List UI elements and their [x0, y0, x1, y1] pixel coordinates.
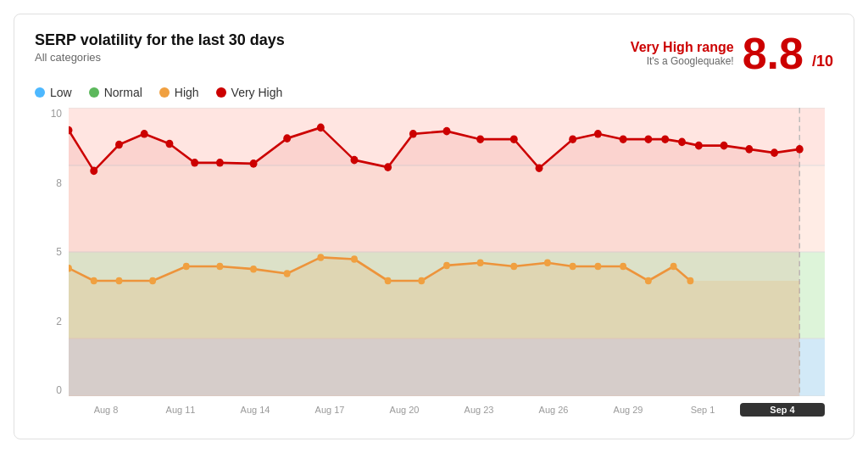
dot-red-17 — [569, 135, 576, 143]
legend-item-normal: Normal — [89, 86, 142, 99]
dot-red-10 — [351, 156, 359, 165]
dot-orange-18 — [620, 263, 626, 271]
dot-red-7 — [250, 159, 258, 168]
dot-orange-4 — [183, 263, 190, 271]
dot-orange-19 — [645, 277, 652, 285]
subtitle: All categories — [35, 51, 285, 64]
dot-orange-5 — [216, 263, 223, 271]
score-section: Very High range It's a Googlequake! 8.8 … — [631, 31, 833, 76]
dot-red-18 — [594, 130, 602, 138]
dot-orange-20 — [670, 263, 677, 271]
dot-orange-11 — [418, 277, 425, 285]
dot-orange-13 — [477, 260, 484, 267]
legend-dot-normal — [89, 87, 99, 98]
dot-red-13 — [443, 127, 451, 136]
dot-orange-2 — [116, 277, 123, 285]
x-axis: Aug 8 Aug 11 Aug 14 Aug 17 Aug 20 Aug 23… — [69, 398, 825, 422]
title-section: SERP volatility for the last 30 days All… — [35, 31, 285, 64]
dot-orange-15 — [544, 260, 551, 267]
legend-item-very-high: Very High — [216, 86, 283, 99]
legend: Low Normal High Very High — [35, 86, 833, 99]
score-range: Very High range — [631, 40, 734, 55]
score-subtitle: It's a Googlequake! — [631, 55, 734, 67]
x-label-aug14: Aug 14 — [218, 405, 292, 415]
x-label-aug26: Aug 26 — [516, 405, 591, 415]
y-label-2: 2 — [35, 316, 67, 327]
x-label-aug11: Aug 11 — [143, 405, 218, 415]
dot-red-15 — [510, 135, 518, 143]
x-label-aug17: Aug 17 — [292, 405, 367, 415]
dot-red-26 — [771, 148, 778, 157]
dot-red-8 — [283, 134, 291, 143]
x-label-sep1: Sep 1 — [665, 405, 740, 415]
legend-label-normal: Normal — [104, 86, 142, 99]
dot-red-11 — [384, 163, 392, 171]
dot-orange-10 — [385, 277, 392, 285]
dot-red-22 — [678, 138, 686, 147]
dot-red-23 — [695, 142, 703, 150]
very-high-area-fill — [69, 127, 799, 396]
dot-red-1 — [90, 167, 97, 176]
dot-red-6 — [216, 159, 224, 167]
dot-orange-3 — [149, 277, 156, 285]
dot-red-20 — [644, 135, 652, 143]
dot-orange-14 — [510, 263, 517, 271]
dot-orange-8 — [317, 254, 324, 261]
score-number: 8.8 — [743, 31, 804, 76]
dot-red-9 — [317, 124, 325, 132]
score-denom: /10 — [812, 53, 833, 70]
legend-dot-low — [35, 87, 45, 98]
dot-orange-1 — [91, 277, 97, 285]
dot-orange-12 — [443, 262, 450, 270]
x-label-aug20: Aug 20 — [367, 405, 442, 415]
dot-red-14 — [476, 135, 484, 143]
main-title: SERP volatility for the last 30 days — [35, 31, 285, 49]
y-label-10: 10 — [35, 108, 67, 120]
legend-label-very-high: Very High — [231, 86, 283, 99]
dot-red-16 — [536, 164, 543, 172]
legend-label-low: Low — [50, 86, 72, 99]
dot-red-3 — [141, 130, 148, 138]
x-label-aug29: Aug 29 — [591, 405, 665, 415]
dot-orange-6 — [250, 266, 257, 273]
y-axis: 10 8 5 2 0 — [35, 108, 67, 396]
dot-red-12 — [409, 130, 417, 138]
x-label-aug8: Aug 8 — [69, 405, 143, 415]
dot-red-21 — [661, 135, 669, 143]
dot-red-5 — [191, 159, 198, 167]
legend-label-high: High — [175, 86, 199, 99]
card-header: SERP volatility for the last 30 days All… — [35, 31, 833, 76]
dot-orange-7 — [284, 270, 291, 277]
dot-orange-17 — [594, 263, 601, 271]
dot-red-27 — [796, 145, 804, 154]
chart-svg — [69, 108, 825, 396]
y-label-5: 5 — [35, 246, 67, 258]
dot-orange-21 — [687, 277, 693, 285]
y-label-8: 8 — [35, 177, 67, 189]
legend-dot-very-high — [216, 87, 226, 98]
dot-orange-16 — [570, 263, 576, 271]
dot-orange-9 — [351, 255, 358, 263]
x-label-aug23: Aug 23 — [442, 405, 516, 415]
x-label-sep4: Sep 4 — [740, 403, 825, 417]
dot-red-4 — [165, 140, 173, 148]
legend-item-low: Low — [35, 86, 72, 99]
dot-red-19 — [620, 135, 627, 143]
legend-dot-high — [159, 87, 170, 98]
y-label-0: 0 — [35, 384, 67, 396]
dot-red-25 — [745, 145, 753, 154]
dot-red-24 — [721, 142, 728, 150]
serp-volatility-card: SERP volatility for the last 30 days All… — [14, 14, 854, 439]
dot-red-2 — [115, 141, 123, 149]
legend-item-high: High — [159, 86, 199, 99]
score-label: Very High range It's a Googlequake! — [631, 40, 734, 67]
chart-area: 10 8 5 2 0 — [35, 108, 833, 422]
